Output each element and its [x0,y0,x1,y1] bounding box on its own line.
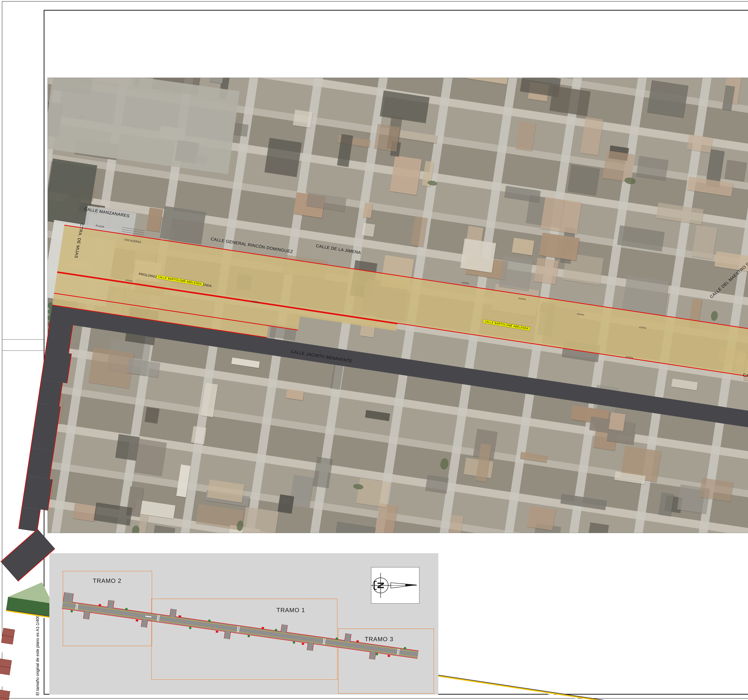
photo-building [313,457,333,488]
photo-building [375,503,398,533]
photo-building [724,160,746,181]
photo-building [460,239,496,273]
photo-building [463,78,512,84]
photo-building [692,225,717,259]
photo-building [356,478,390,508]
mini-tree [189,627,192,629]
photo-building [176,464,191,498]
photo-building [636,156,668,181]
fold-mark [2,339,44,340]
photo-building [231,358,260,368]
crosswalk [0,643,16,660]
side-street-stub [26,447,54,479]
photo-vegetation [439,458,449,470]
mini-stub [281,624,288,633]
photo-building [374,124,400,152]
photo-building [722,85,734,111]
mini-stub [224,631,231,639]
photo-building [549,86,590,116]
svg-text:N: N [376,582,386,589]
photo-building [146,207,163,232]
photo-building [560,494,607,510]
photo-building [527,506,556,531]
photo-building [534,258,559,284]
photo-building [504,186,541,202]
mini-patch [388,655,390,657]
mini-stub [170,609,177,617]
photo-building [293,110,313,128]
mini-tree [376,653,378,656]
mini-patch [261,627,264,629]
photo-building [191,426,207,444]
photo-building [134,438,167,476]
side-street-stub [41,350,72,383]
sheet-size-note: El tamaño original de este plano es A1-1… [35,615,40,695]
photo-building [144,407,159,423]
photo-building [541,197,582,234]
photo-building [160,206,206,244]
photo-vegetation [710,310,718,321]
photo-building [515,121,536,151]
mini-stub [107,600,114,609]
photo-building [278,494,294,513]
photo-building [88,347,134,389]
photo-building [127,358,160,377]
mini-tree [248,635,250,638]
photo-building [499,256,533,291]
photo-building [390,155,422,195]
mini-stub [141,619,148,628]
mini-patch [216,631,218,633]
photo-building [242,507,279,533]
photo-building [380,90,430,123]
photo-building [622,275,669,316]
photo-building [587,522,609,533]
mini-patch [356,640,359,642]
mini-stub [369,651,376,660]
photo-building [365,410,390,421]
photo-building [520,452,547,463]
mini-tree [70,610,73,613]
photo-building [94,502,132,525]
side-street-stub [18,507,41,532]
photo-building [154,525,175,533]
tramo2-label: TRAMO 2 [93,577,122,584]
mini-tree [293,641,295,644]
photo-building [647,80,688,118]
tramo-inset-map: TRAMO 2 TRAMO 1 TRAMO 3 N [49,553,438,695]
photo-building [265,138,302,177]
photo-building [411,216,427,247]
plan-sheet: El tamaño original de este plano es A1-1… [0,0,748,700]
photo-building [334,522,376,533]
mini-patch [302,643,304,645]
photo-building [363,202,373,218]
photo-building [567,164,600,195]
photo-building [687,134,713,153]
mini-patch [136,619,138,622]
photo-building [617,225,664,251]
photo-building [115,434,140,461]
photo-building [73,503,97,522]
side-street-stub [46,322,73,353]
photo-building [715,251,748,273]
photo-building [658,493,674,516]
inset-north-arrow: N [371,567,420,604]
north-arrow-icon: N [371,568,419,603]
side-street-stub [37,379,63,406]
photo-building [209,78,225,84]
photo-building [656,202,704,225]
mini-patch [99,604,101,606]
mini-stub [307,642,314,651]
mini-stub [344,633,351,642]
mini-patch [179,615,181,617]
photo-building [286,389,304,400]
mini-stub [83,611,90,619]
photo-building [512,237,534,256]
photo-building [201,383,218,417]
crosswalk [3,612,19,630]
photo-building [425,475,449,493]
photo-building [362,223,375,237]
fold-mark [2,350,44,351]
photo-building [602,151,635,182]
photo-building [581,117,604,155]
crosswalk [0,673,14,692]
